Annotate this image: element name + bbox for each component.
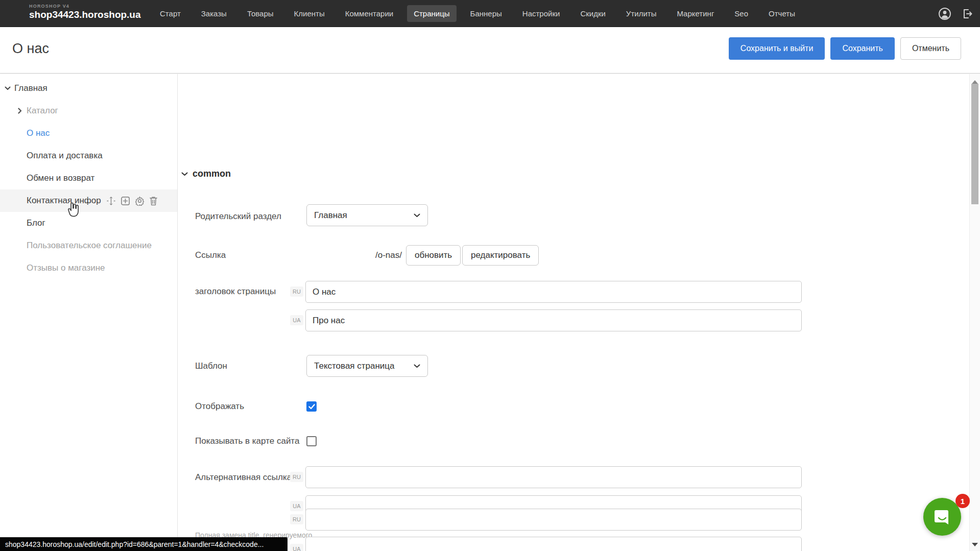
tree-item-o-nas[interactable]: О нас — [0, 122, 177, 145]
nav-item-products[interactable]: Товары — [241, 5, 280, 22]
chat-bubble-icon — [933, 507, 952, 526]
scroll-down-arrow-icon[interactable] — [972, 539, 978, 548]
lang-badge-ua: UA — [290, 544, 303, 551]
selected-value: Текстовая страница — [314, 361, 395, 371]
delete-trash-icon[interactable] — [149, 196, 158, 206]
page-title-ru-input[interactable] — [305, 281, 802, 303]
nav-item-reports[interactable]: Отчеты — [762, 5, 802, 22]
selected-value: Главная — [314, 210, 347, 221]
tree-item-label: Контактная инфор — [27, 196, 101, 206]
nav-item-orders[interactable]: Заказы — [195, 5, 233, 22]
chevron-right-icon[interactable] — [18, 108, 22, 114]
nav-item-seo[interactable]: Seo — [728, 5, 755, 22]
nav-item-banners[interactable]: Баннеры — [464, 5, 509, 22]
lang-badge-ua: UA — [290, 501, 303, 511]
link-update-button[interactable]: обновить — [406, 245, 461, 266]
html-title-ua-input[interactable] — [305, 537, 802, 551]
nav-item-settings[interactable]: Настройки — [516, 5, 567, 22]
page-edit-form: common Родительский раздел Главная Ссылк… — [178, 74, 969, 551]
nav-item-discounts[interactable]: Скидки — [573, 5, 612, 22]
tree-item-action-icons — [106, 196, 158, 206]
section-title: common — [193, 169, 231, 179]
parent-section-select[interactable]: Главная — [306, 204, 428, 226]
save-and-exit-button[interactable]: Сохранить и выйти — [729, 37, 825, 60]
tree-item-label: Каталог — [27, 106, 58, 116]
pages-tree-sidebar: Главная Каталог О нас Оплата и доставка … — [0, 74, 178, 551]
logout-icon[interactable] — [962, 8, 973, 19]
tree-item-blog[interactable]: Блог — [0, 212, 177, 234]
header-actions: Сохранить и выйти Сохранить Отменить — [729, 37, 961, 60]
lang-badge-ru: RU — [290, 514, 303, 524]
tree-item-glavnaya[interactable]: Главная — [0, 77, 177, 100]
tree-item-kontaktnaya-infor[interactable]: Контактная инфор — [0, 189, 177, 212]
chevron-down-icon — [181, 172, 188, 176]
nav-item-marketing[interactable]: Маркетинг — [670, 5, 721, 22]
drag-move-icon[interactable] — [106, 196, 116, 206]
chevron-down-icon — [414, 364, 420, 368]
brand-version-label: HOROSHOP V4 — [29, 4, 141, 9]
link-path-value: /o-nas/ — [375, 244, 402, 267]
tree-item-label: О нас — [27, 128, 50, 138]
tree-item-oplata-i-dostavka[interactable]: Оплата и доставка — [0, 145, 177, 167]
brand-shop-domain: shop34423.horoshop.ua — [29, 9, 141, 20]
tree-item-label: Оплата и доставка — [27, 151, 103, 161]
chevron-down-icon — [414, 213, 420, 218]
parent-section-label: Родительский раздел — [195, 205, 281, 228]
check-icon — [308, 404, 315, 410]
html-title-ru-input[interactable] — [305, 509, 802, 531]
save-button[interactable]: Сохранить — [830, 37, 895, 60]
template-label: Шаблон — [195, 355, 227, 377]
app-window: HOROSHOP V4 shop34423.horoshop.ua Старт … — [0, 0, 980, 551]
link-label: Ссылка — [195, 244, 226, 267]
lang-badge-ru: RU — [290, 286, 303, 297]
lang-badge-ua: UA — [290, 315, 303, 325]
tree-item-otzyvy-o-magazine[interactable]: Отзывы о магазине — [0, 257, 177, 279]
page-title: О нас — [12, 41, 49, 57]
alt-link-ru-input[interactable] — [305, 466, 802, 488]
cancel-button[interactable]: Отменить — [900, 37, 961, 60]
display-checkbox[interactable] — [306, 401, 317, 412]
lang-badge-ru: RU — [290, 472, 303, 482]
page-title-label: заголовок страницы — [195, 280, 276, 303]
sitemap-checkbox[interactable] — [306, 436, 317, 446]
topbar-right-icons — [938, 0, 973, 27]
chat-launcher-button[interactable]: 1 — [923, 498, 961, 536]
nav-item-utilities[interactable]: Утилиты — [619, 5, 663, 22]
page-header: О нас Сохранить и выйти Сохранить Отмени… — [0, 28, 980, 74]
tree-item-obmen-i-vozvrat[interactable]: Обмен и возврат — [0, 167, 177, 189]
display-label: Отображать — [195, 395, 244, 418]
page-title-ua-input[interactable] — [305, 309, 802, 331]
tree-item-label: Пользовательское соглашение — [27, 241, 152, 251]
scrollbar-thumb[interactable] — [971, 84, 978, 204]
alt-link-label: Альтернативная ссылка — [195, 466, 292, 489]
tree-item-label: Отзывы о магазине — [27, 263, 105, 273]
chat-unread-badge: 1 — [955, 494, 970, 508]
add-page-icon[interactable] — [121, 196, 130, 206]
tree-item-label: Обмен и возврат — [27, 173, 94, 183]
settings-gear-icon[interactable] — [135, 196, 145, 206]
template-select[interactable]: Текстовая страница — [306, 355, 428, 377]
tree-item-label: Блог — [27, 218, 45, 228]
tree-item-polzovatelskoe-soglashenie[interactable]: Пользовательское соглашение — [0, 234, 177, 257]
nav-item-clients[interactable]: Клиенты — [288, 5, 331, 22]
link-preview-statusbar: shop34423.horoshop.ua/edit/edit.php?id=6… — [0, 537, 288, 551]
link-edit-button[interactable]: редактировать — [462, 245, 539, 266]
topbar: HOROSHOP V4 shop34423.horoshop.ua Старт … — [0, 0, 980, 27]
brand-logo[interactable]: HOROSHOP V4 shop34423.horoshop.ua — [29, 4, 141, 20]
vertical-scrollbar[interactable] — [969, 74, 980, 551]
top-navigation: Старт Заказы Товары Клиенты Комментарии … — [153, 0, 802, 27]
user-account-icon[interactable] — [938, 7, 951, 20]
sitemap-label: Показывать в карте сайта — [195, 430, 299, 452]
section-common-header[interactable]: common — [181, 169, 231, 179]
chevron-down-icon[interactable] — [5, 86, 11, 90]
nav-item-pages[interactable]: Страницы — [407, 5, 456, 22]
tree-item-katalog[interactable]: Каталог — [0, 100, 177, 122]
tree-item-label: Главная — [14, 83, 47, 93]
nav-item-start[interactable]: Старт — [153, 5, 187, 22]
nav-item-comments[interactable]: Комментарии — [339, 5, 400, 22]
